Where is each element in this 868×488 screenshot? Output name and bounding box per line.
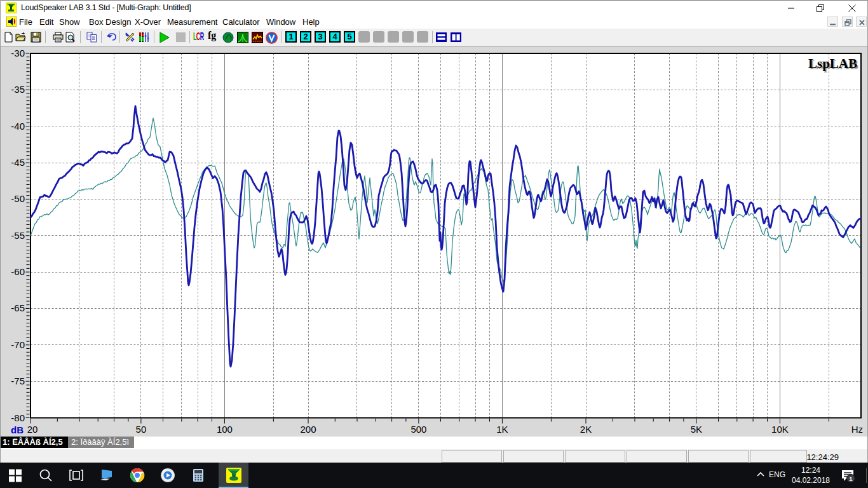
svg-text:1K: 1K [496,424,508,435]
svg-text:-60: -60 [11,266,25,277]
svg-text:5K: 5K [691,424,702,435]
svg-text:500: 500 [410,424,426,435]
svg-text:-80: -80 [11,412,25,423]
svg-text:50: 50 [136,424,147,435]
svg-text:-40: -40 [11,121,25,132]
svg-text:10K: 10K [771,424,789,435]
svg-text:1: 1 [849,475,853,482]
svg-text:-45: -45 [11,157,25,168]
svg-text:-35: -35 [11,84,25,95]
svg-text:LspLAB: LspLAB [808,56,857,71]
svg-text:-70: -70 [11,339,25,350]
svg-text:dB: dB [11,424,24,435]
svg-text:-50: -50 [11,193,25,204]
svg-text:-55: -55 [11,230,25,241]
svg-text:Hz: Hz [851,424,863,435]
svg-text:-75: -75 [11,376,25,386]
svg-text:-65: -65 [11,302,25,313]
svg-text:20: 20 [27,424,38,435]
svg-text:-30: -30 [11,48,25,58]
svg-text:100: 100 [217,424,233,435]
svg-text:2K: 2K [580,424,592,435]
svg-text:200: 200 [300,424,316,435]
